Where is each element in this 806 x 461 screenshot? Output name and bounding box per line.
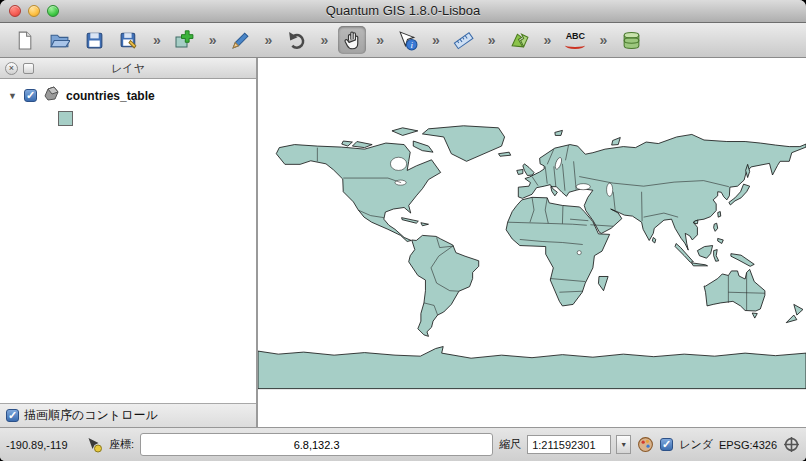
layer-visibility-checkbox[interactable]: ✓ <box>24 89 37 102</box>
status-bar: -190.89,-119 座標: 縮尺 1:211592301 ▼ ✓ レンダ … <box>0 427 806 461</box>
window-title: Quantum GIS 1.8.0-Lisboa <box>0 0 806 22</box>
save-project-as-button[interactable] <box>115 26 143 54</box>
toolbar-extension-chevron[interactable]: » <box>265 32 273 48</box>
layer-item[interactable]: ▼ ✓ countries_table <box>8 86 256 105</box>
layer-geometry-icon <box>43 86 60 105</box>
extents-toggle-button[interactable] <box>86 437 103 453</box>
identify-icon: i <box>397 30 418 51</box>
add-layer-button[interactable] <box>171 26 199 54</box>
layers-panel-header: レイヤ × <box>0 58 256 79</box>
render-checkbox[interactable]: ✓ <box>660 438 673 451</box>
scale-value: 1:211592301 <box>532 439 595 451</box>
layer-swatch <box>58 111 73 126</box>
toolbar-extension-chevron[interactable]: » <box>376 32 384 48</box>
undo-button[interactable] <box>282 26 310 54</box>
qgis-window: Quantum GIS 1.8.0-Lisboa » » » » <box>0 0 806 461</box>
scale-combo[interactable]: 1:211592301 <box>527 435 611 454</box>
database-button[interactable] <box>617 26 645 54</box>
crs-status-icon[interactable] <box>783 436 800 453</box>
save-as-icon <box>119 30 140 51</box>
toolbar: » » » » » i » » » ABC <box>0 23 806 58</box>
render-paint-icon[interactable] <box>637 436 654 453</box>
crs-readout: EPSG:4326 <box>719 439 777 451</box>
draw-order-checkbox[interactable]: ✓ <box>6 409 19 422</box>
world-map[interactable] <box>258 58 806 427</box>
database-icon <box>621 30 642 51</box>
scale-dropdown-icon[interactable]: ▼ <box>616 435 631 454</box>
map-canvas[interactable] <box>258 58 806 427</box>
toolbar-extension-chevron[interactable]: » <box>432 32 440 48</box>
ruler-icon <box>453 30 474 51</box>
measure-button[interactable] <box>450 26 478 54</box>
new-project-button[interactable] <box>10 26 38 54</box>
toolbar-extension-chevron[interactable]: » <box>544 32 552 48</box>
identify-features-button[interactable]: i <box>394 26 422 54</box>
scale-label: 縮尺 <box>499 437 521 452</box>
toolbar-extension-chevron[interactable]: » <box>209 32 217 48</box>
toolbar-extension-chevron[interactable]: » <box>488 32 496 48</box>
overlay-arrows-icon <box>509 30 530 51</box>
draw-order-label: 描画順序のコントロール <box>24 407 158 424</box>
coordinate-label: 座標: <box>109 437 134 452</box>
pencil-icon <box>230 30 251 51</box>
overlay-button[interactable] <box>506 26 534 54</box>
digitize-button[interactable] <box>227 26 255 54</box>
new-file-icon <box>14 30 35 51</box>
pan-hand-icon <box>342 30 363 51</box>
abc-label-icon: ABC <box>565 32 585 49</box>
labeling-button[interactable]: ABC <box>561 26 589 54</box>
layer-tree: ▼ ✓ countries_table <box>0 79 256 403</box>
layers-panel-title: レイヤ <box>0 61 256 76</box>
coordinate-input[interactable] <box>140 433 493 456</box>
draw-order-control: ✓ 描画順序のコントロール <box>0 403 256 427</box>
toolbar-extension-chevron[interactable]: » <box>153 32 161 48</box>
disclosure-triangle-icon[interactable]: ▼ <box>8 91 18 101</box>
open-project-button[interactable] <box>45 26 73 54</box>
open-folder-icon <box>49 30 70 51</box>
extent-readout: -190.89,-119 <box>6 439 80 451</box>
add-layer-icon <box>174 29 196 51</box>
toolbar-extension-chevron[interactable]: » <box>599 32 607 48</box>
title-bar[interactable]: Quantum GIS 1.8.0-Lisboa <box>0 0 806 23</box>
render-label: レンダ <box>679 437 713 452</box>
save-project-button[interactable] <box>80 26 108 54</box>
save-icon <box>84 30 105 51</box>
layer-name: countries_table <box>66 89 155 103</box>
layers-panel: レイヤ × ▼ ✓ countries_table ✓ 描画順序のコントロール <box>0 58 258 427</box>
undo-arrow-icon <box>286 30 307 51</box>
pan-map-button[interactable] <box>338 26 366 54</box>
toolbar-extension-chevron[interactable]: » <box>320 32 328 48</box>
